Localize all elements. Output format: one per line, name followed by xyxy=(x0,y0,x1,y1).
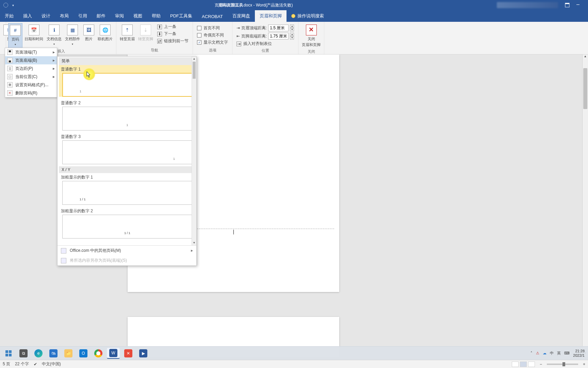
odd-even-different-check[interactable]: 奇偶页不同 xyxy=(197,32,228,38)
scroll-thumb[interactable] xyxy=(583,68,587,109)
taskbar-chrome[interactable] xyxy=(92,348,105,359)
tray-ime-2[interactable]: 英 xyxy=(557,351,561,356)
zoom-in-button[interactable]: + xyxy=(583,362,585,367)
tray-clock[interactable]: 21:28 2022/1 xyxy=(573,349,585,357)
footer-distance-spinner[interactable]: ▲▼ xyxy=(290,33,294,40)
gallery-item-bold-1[interactable]: 加粗显示的数字 1 1 / 1 xyxy=(59,173,196,205)
picture-button[interactable]: 🖼图片 xyxy=(82,23,96,43)
status-language[interactable]: 中文(中国) xyxy=(42,361,61,367)
tab-insert[interactable]: 插入 xyxy=(18,10,37,22)
doc-info-button[interactable]: ℹ文档信息▾ xyxy=(45,23,63,47)
gallery-preview: 1 xyxy=(62,107,192,131)
view-read-mode[interactable] xyxy=(512,362,519,367)
menu-page-margins[interactable]: ▯页边距(P) xyxy=(5,64,57,73)
gallery-scroll-down-icon[interactable]: ▼ xyxy=(192,241,196,245)
status-proofing-icon[interactable]: ✔ xyxy=(34,362,37,367)
status-page[interactable]: 5 页 xyxy=(3,361,10,367)
gallery-scroll-up-icon[interactable]: ▲ xyxy=(192,57,196,61)
menu-format-page-numbers[interactable]: ⚙设置页码格式(F)... xyxy=(5,81,57,89)
menu-current-position[interactable]: ◌当前位置(C) xyxy=(5,73,57,81)
link-previous-button[interactable]: ⇄链接到前一节 xyxy=(157,38,189,44)
tab-layout[interactable]: 布局 xyxy=(55,10,74,22)
page-number-gallery: 简单 普通数字 1 1 普通数字 2 1 普通数字 3 1 X / Y 加粗显示… xyxy=(57,56,197,266)
dropdown-caret-icon: ▾ xyxy=(53,43,55,46)
gallery-item-plain-2[interactable]: 普通数字 2 1 xyxy=(59,99,196,131)
ribbon-display-options-icon[interactable] xyxy=(565,3,570,7)
tell-me-search[interactable]: 操作说明搜索 xyxy=(287,10,329,22)
vertical-scrollbar[interactable]: ▲ ▼ xyxy=(582,55,588,357)
group-options: 首页不同 奇偶页不同 显示文档文字 选项 xyxy=(193,22,232,54)
header-distance-spinner[interactable]: ▲▼ xyxy=(290,25,294,31)
taskbar-start[interactable] xyxy=(2,348,15,359)
show-document-text-check[interactable]: 显示文档文字 xyxy=(197,40,228,45)
previous-button[interactable]: ⬆上一条 xyxy=(157,24,189,30)
menu-remove-page-numbers[interactable]: ✕删除页码(R) xyxy=(5,89,57,97)
remove-icon: ✕ xyxy=(7,90,13,96)
menu-page-bottom[interactable]: ▄页面底端(B) xyxy=(5,56,57,64)
gallery-save-selection: 将所选内容另存为页码(底端)(S) xyxy=(58,256,196,265)
svg-rect-5 xyxy=(9,354,12,356)
first-page-different-check[interactable]: 首页不同 xyxy=(197,25,228,31)
insert-alignment-tab-button[interactable]: ⇥插入对齐制表位 xyxy=(236,41,294,47)
taskbar-media[interactable]: ▶ xyxy=(137,348,150,359)
save-icon xyxy=(61,258,66,263)
tab-pdf-tools[interactable]: PDF工具集 xyxy=(165,10,197,22)
doc-parts-button[interactable]: ▦文档部件▾ xyxy=(64,23,81,47)
footer-distance-icon: ⇤ xyxy=(236,34,240,39)
tray-security-icon[interactable]: ⚠ xyxy=(536,351,539,355)
scroll-up-arrow-icon[interactable]: ▲ xyxy=(583,55,588,60)
header-from-top: ⇥ 页眉顶端距离: ▲▼ xyxy=(236,25,294,31)
text-cursor xyxy=(233,230,234,234)
view-buttons xyxy=(512,362,535,367)
zoom-out-button[interactable]: − xyxy=(540,362,542,367)
header-distance-icon: ⇥ xyxy=(236,26,240,30)
minimize-button[interactable]: – xyxy=(576,3,581,7)
goto-header-button[interactable]: ⇡转至页眉 xyxy=(118,23,136,43)
gallery-scrollbar[interactable]: ▲ ▼ xyxy=(192,57,196,245)
zoom-slider[interactable] xyxy=(547,364,578,365)
taskbar-edge[interactable]: e xyxy=(32,348,45,359)
gallery-item-plain-3[interactable]: 普通数字 3 1 xyxy=(59,133,196,164)
tell-me-label: 操作说明搜索 xyxy=(297,13,324,19)
gallery-item-plain-1[interactable]: 普通数字 1 1 xyxy=(59,65,196,97)
online-picture-button[interactable]: 🌐联机图片 xyxy=(96,23,114,43)
taskbar-task-view[interactable]: ⧉ xyxy=(17,348,30,359)
gallery-more-office[interactable]: Office.com 中的其他页码(M) xyxy=(58,246,196,256)
gallery-item-bold-2[interactable]: 加粗显示的数字 2 1 / 1 xyxy=(59,207,196,239)
tray-onedrive-icon[interactable]: ☁ xyxy=(543,351,546,355)
taskbar-explorer[interactable]: 📁 xyxy=(62,348,75,359)
header-distance-input[interactable] xyxy=(268,25,289,31)
tab-home[interactable]: 开始 xyxy=(0,10,18,22)
tab-baidu[interactable]: 百度网盘 xyxy=(228,10,255,22)
page-number-button[interactable]: #页码▾ xyxy=(8,23,22,48)
tray-ime-1[interactable]: 中 xyxy=(550,351,554,356)
gallery-preview: 1 / 1 xyxy=(62,181,192,205)
taskbar-store[interactable]: 🛍 xyxy=(47,348,60,359)
tab-acrobat[interactable]: ACROBAT xyxy=(197,11,228,22)
account-blurred xyxy=(497,2,558,8)
tray-chevron-up-icon[interactable]: ˄ xyxy=(530,351,533,355)
tab-view[interactable]: 视图 xyxy=(129,10,147,22)
tray-keyboard-icon[interactable]: ⌨ xyxy=(564,351,570,355)
status-word-count[interactable]: 22 个字 xyxy=(15,361,29,367)
footer-distance-input[interactable] xyxy=(268,33,289,40)
taskbar-outlook[interactable]: O xyxy=(77,348,90,359)
autosave-icon[interactable] xyxy=(3,3,8,7)
date-time-button[interactable]: 📅日期和时间 xyxy=(23,23,45,43)
taskbar-app-red[interactable]: ✕ xyxy=(122,348,135,359)
group-close: ✕ 关闭 页眉和页脚 关闭 xyxy=(298,22,324,54)
view-print-layout[interactable] xyxy=(520,362,527,367)
next-button[interactable]: ⬇下一条 xyxy=(157,31,189,37)
tab-references[interactable]: 引用 xyxy=(74,10,92,22)
tab-help[interactable]: 帮助 xyxy=(147,10,165,22)
menu-page-top[interactable]: ▀页面顶端(T) xyxy=(5,48,57,56)
zoom-thumb[interactable] xyxy=(562,362,565,366)
tab-design[interactable]: 设计 xyxy=(37,10,55,22)
tab-header-footer[interactable]: 页眉和页脚 xyxy=(255,10,287,22)
taskbar-word[interactable]: W xyxy=(107,348,120,359)
tab-mailings[interactable]: 邮件 xyxy=(92,10,110,22)
close-header-footer-button[interactable]: ✕ 关闭 页眉和页脚 xyxy=(300,23,322,48)
gallery-scroll-thumb[interactable] xyxy=(193,62,196,79)
tab-review[interactable]: 审阅 xyxy=(110,10,129,22)
view-web-layout[interactable] xyxy=(528,362,535,367)
